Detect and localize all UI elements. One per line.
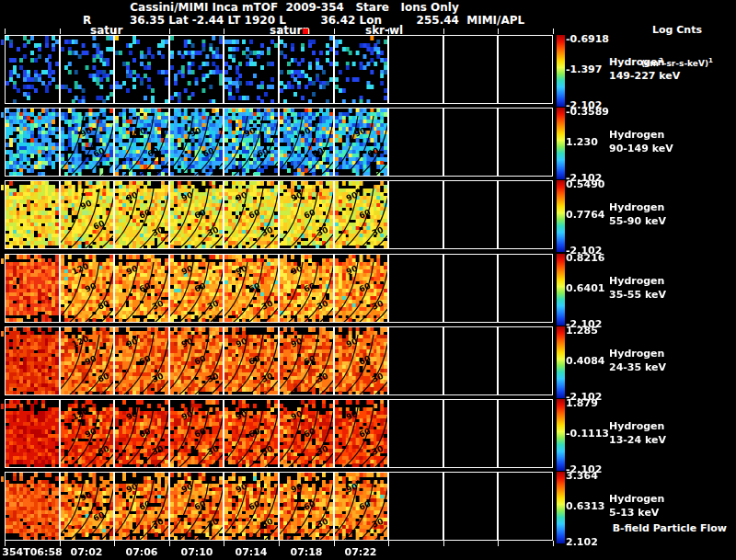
heatmap-canvas [170,400,223,467]
energy-label-r4: 35-55 keV [609,290,666,302]
left-edge-data-speck [1,185,4,190]
panel-r1c9 [443,35,498,104]
panel-r3c1 [5,180,60,249]
x-tick-label-2: 07:02 [55,547,118,559]
left-edge-data-speck [1,258,4,264]
heatmap-canvas [335,181,387,248]
heatmap-canvas [6,181,59,248]
colorbar-r1 [557,35,565,107]
panel-r6c7: 906030 [334,399,388,468]
bottom-axis-tick [498,541,499,546]
panel-r4c10 [498,254,553,323]
panel-r5c9 [443,326,498,395]
heatmap-canvas [335,400,387,467]
colorbar-r6 [557,399,565,471]
heatmap-canvas [61,473,113,540]
heatmap-canvas [61,109,113,176]
heatmap-canvas [280,36,333,103]
heatmap-canvas [335,255,387,322]
top-axis-tick [5,29,6,34]
top-axis-tick [388,29,389,34]
panel-r5c4: 906030 [169,326,224,395]
panel-r6c1 [5,399,60,468]
colorbar-tick-mid-r5: 0.4084 [566,356,604,368]
panel-r4c4: 906030 [169,254,224,323]
panel-r4c3: 906030 [114,254,169,323]
top-axis-tick [169,29,170,34]
colorbar-tick-mid-r6: -0.1113 [566,429,609,440]
panel-r7c4: 906030 [169,472,224,541]
panel-r3c5: 906030 [224,180,279,249]
heatmap-canvas [224,36,278,103]
panel-r1c2 [60,35,114,104]
bottom-axis-tick [334,541,335,546]
panel-r1c8 [388,35,443,104]
energy-label-r7: 5-13 keV [609,508,659,520]
colorbar-tick-mid-r3: 0.7764 [566,210,604,222]
heatmap-canvas [224,255,278,322]
panel-r3c8 [388,180,443,249]
heatmap-canvas [6,36,59,103]
heatmap-canvas [61,36,113,103]
energy-label-r6: 13-24 keV [609,435,666,447]
bottom-axis-tick [388,541,389,546]
heatmap-canvas [115,400,168,467]
panel-r7c8 [388,472,443,541]
heatmap-canvas [61,181,113,248]
left-edge-data-speck [1,476,4,482]
left-edge-data-speck [1,331,4,337]
top-axis-tick [553,29,554,34]
bottom-axis-tick [224,541,224,546]
panel-r4c9 [443,254,498,323]
heatmap-canvas [170,109,223,176]
plot-window: Cassini/MIMI Inca mTOF 2009-354 Stare Io… [0,0,736,560]
top-axis-tick [498,29,499,34]
heatmap-canvas [170,255,223,322]
page-title: Cassini/MIMI Inca mTOF 2009-354 Stare Io… [18,2,570,15]
panel-r6c3: 906030 [114,399,169,468]
panel-r3c3: 906030 [114,180,169,249]
bfield-flow-label: B-field Particle Flow [570,523,727,535]
panel-r7c3: 906030 [114,472,169,541]
panel-r4c6: 906030 [279,254,334,323]
panel-r5c1 [5,326,60,395]
heatmap-canvas [335,473,387,540]
species-label-r1: Hydrogen [609,57,664,69]
panel-r5c8 [388,326,443,395]
energy-label-r3: 55-90 keV [609,216,666,228]
panel-r3c2: 9060 [60,180,114,249]
panel-r4c5: 906030 [224,254,279,323]
energy-label-r2: 90-149 keV [609,143,673,155]
colorbar-r7 [557,472,565,543]
panel-r5c3: 906030 [114,326,169,395]
x-tick-label-4: 07:10 [166,547,228,559]
top-axis-tick [60,29,61,34]
panel-r1c10 [498,35,553,104]
panel-r3c4: 906030 [169,180,224,249]
x-tick-label-5: 07:14 [220,547,282,559]
top-axis-tick [279,29,280,34]
colorbar-tick-mid-r4: 0.6401 [566,283,604,295]
species-label-r6: Hydrogen [609,421,664,433]
panel-r5c7: 906030 [334,326,388,395]
panel-r5c5: 906030 [224,326,279,395]
panel-r7c2: 9060 [60,472,114,541]
x-tick-label-7: 07:22 [329,547,392,559]
panel-r6c6: 906030 [279,399,334,468]
heatmap-canvas [6,109,59,176]
colorbar-tick-bottom-r7: 2.102 [566,537,598,549]
panel-r2c2: 9060 [60,108,114,177]
event-marker-icon [303,29,308,34]
heatmap-canvas [280,327,333,394]
panel-r3c9 [443,180,498,249]
species-label-r7: Hydrogen [609,494,664,506]
heatmap-canvas [6,400,59,467]
bottom-axis-tick [443,541,444,546]
panel-r2c6: 9060 [279,108,334,177]
panel-r1c5 [224,35,279,104]
panel-r6c5: 906030 [224,399,279,468]
panel-r7c10 [498,472,553,541]
panel-r2c3: 9060 [114,108,169,177]
panel-r7c1 [5,472,60,541]
heatmap-canvas [224,473,278,540]
